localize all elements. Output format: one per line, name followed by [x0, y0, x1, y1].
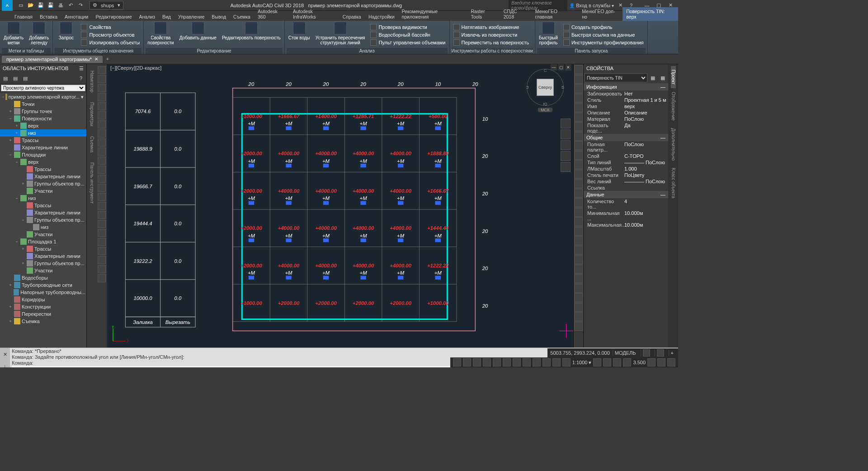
tool-button[interactable] [574, 179, 583, 188]
water-drop-button[interactable]: Сток воды [287, 22, 312, 48]
ribbon-tab[interactable]: Вид [159, 13, 175, 21]
tree-node[interactable]: +Трубопроводные сети [0, 281, 86, 289]
close-icon[interactable]: ✕ [94, 57, 98, 62]
tree-node[interactable]: Точки [0, 100, 86, 108]
prop-row[interactable]: ЛМасштаб1.000 [584, 166, 668, 172]
zoom-icon[interactable] [561, 140, 571, 150]
viewcube-face[interactable]: Сверху [537, 79, 554, 96]
status-toggle[interactable] [523, 358, 531, 366]
qat-saveas[interactable]: 💾 [46, 1, 55, 10]
ribbon-tab[interactable]: Поверхность TIN: верх [623, 7, 678, 21]
tree-node[interactable]: +Конструкции [0, 303, 86, 310]
app-logo[interactable]: A [2, 0, 13, 11]
volumes-dashboard-button[interactable]: Пульт управления объемами [368, 39, 447, 46]
status-toggle[interactable] [613, 358, 621, 366]
tool-button[interactable] [98, 129, 106, 138]
tool-button[interactable] [574, 217, 583, 226]
ribbon-tab[interactable]: Главная [11, 13, 36, 21]
status-toggle[interactable] [533, 358, 541, 366]
tool-button[interactable] [98, 166, 106, 174]
tool-button[interactable] [98, 102, 106, 110]
tree-node[interactable]: Характерные линии [0, 252, 86, 260]
status-toggle[interactable] [593, 358, 601, 366]
side-tab[interactable]: Панель инструмент [90, 162, 94, 204]
ribbon-tab[interactable]: Рекомендуемые приложения [398, 7, 467, 21]
tree-node[interactable]: Участки [0, 267, 86, 274]
tree-node[interactable]: Характерные линии [0, 173, 86, 180]
tool-button[interactable] [574, 75, 583, 84]
data-shortcut-button[interactable]: Быстрая ссылка на данные [561, 31, 646, 38]
tool-button[interactable] [574, 103, 583, 112]
tool-button[interactable] [574, 84, 583, 93]
catchment-button[interactable]: Водосборный бассейн [368, 31, 447, 38]
tool-button[interactable] [574, 265, 583, 274]
anno-scale[interactable]: 1:1000 ▾ [572, 360, 592, 366]
tool-button[interactable] [574, 141, 583, 150]
tool-button[interactable] [98, 147, 106, 156]
tool-button[interactable] [574, 65, 583, 74]
prop-row[interactable]: Минимальная ...10.000м [584, 210, 668, 222]
tree-node[interactable]: низ [0, 224, 86, 231]
object-type-select[interactable]: Поверхность TIN [585, 73, 647, 82]
tool-button[interactable] [574, 236, 583, 245]
ribbon-tab[interactable]: Аннотации [61, 13, 92, 21]
tool-button[interactable] [574, 284, 583, 293]
vp-close[interactable]: ✕ [565, 64, 571, 71]
tree-node[interactable]: −Группы объектов пр... [0, 216, 86, 224]
prop-section-header[interactable]: Информация— [584, 83, 668, 90]
visibility-check-button[interactable]: Проверка видимости [368, 24, 447, 31]
grading-tools-button[interactable]: Инструменты профилирования [561, 39, 646, 46]
props-side-tab[interactable]: Отображение [671, 88, 676, 124]
tool-button[interactable] [574, 312, 583, 321]
drape-image-button[interactable]: Натягивать изображение [452, 24, 531, 31]
tool-button[interactable] [574, 303, 583, 312]
prop-row[interactable]: Количество то...4 [584, 198, 668, 210]
tool-button[interactable] [98, 211, 106, 219]
prop-row[interactable]: ЗаблокироватьНет [584, 90, 668, 97]
qat-open[interactable]: 📂 [26, 1, 35, 10]
tool-button[interactable] [98, 256, 106, 264]
tree-node[interactable]: Коридоры [0, 296, 86, 303]
prop-row[interactable]: Ссылка [584, 185, 668, 191]
tree-node[interactable]: Напорные трубопроводны... [0, 289, 86, 296]
prop-row[interactable]: Показать подс...Да [584, 122, 668, 134]
tool-button[interactable] [98, 157, 106, 165]
ribbon-tab[interactable]: Autodesk 360 [254, 7, 289, 21]
tree-node[interactable]: −верх [0, 158, 86, 166]
tree-node[interactable]: +Трассы [0, 245, 86, 252]
tree-node[interactable]: +Группы объектов пр... [0, 180, 86, 187]
resolve-crossings-button[interactable]: Устранить пересеченияструктурных линий [314, 22, 367, 48]
prop-row[interactable]: ОписаниеОписание [584, 109, 668, 116]
status-toggle[interactable] [657, 358, 665, 366]
ribbon-tab[interactable]: Анализ [136, 13, 159, 21]
tool-button[interactable] [98, 202, 106, 210]
status-toggle[interactable] [603, 358, 611, 366]
prop-row[interactable]: СтильПроектная 1 и 5 м [584, 97, 668, 103]
tool-button[interactable] [574, 113, 583, 122]
tool-button[interactable] [574, 198, 583, 207]
tree-node[interactable]: +Группы точек [0, 108, 86, 115]
ribbon-tab[interactable]: Справка [339, 13, 365, 21]
status-toggle[interactable] [552, 358, 561, 366]
viewcube[interactable]: С Ю З В Сверху МСК [525, 69, 565, 114]
qat-new[interactable]: ▭ [16, 1, 25, 10]
props-side-tab[interactable]: Класс объекта [671, 164, 676, 202]
tree-node[interactable]: +Съемка [0, 318, 86, 325]
prop-row[interactable]: Имяверх [584, 103, 668, 109]
props-side-tab[interactable]: Проект [671, 66, 676, 88]
prop-row[interactable]: Тип линий———— ПоСлою [584, 159, 668, 166]
status-toggle[interactable] [493, 358, 501, 366]
ribbon-tab[interactable]: Autodesk InfraWorks [289, 7, 339, 21]
tree-node[interactable]: +низ [0, 129, 86, 137]
tool-button[interactable] [98, 247, 106, 255]
tool-button[interactable] [574, 208, 583, 217]
model-paper-toggle[interactable]: МОДЕЛЬ [613, 350, 638, 356]
add-labels-button[interactable]: Добавитьметки [2, 22, 25, 48]
grid-toggle[interactable] [643, 349, 650, 357]
move-to-surface-button[interactable]: Переместить на поверхность [452, 39, 531, 46]
prop-row[interactable]: Вес линий———— ПоСлою [584, 178, 668, 185]
viewport-label[interactable]: [−][Сверху][2D-каркас] [110, 65, 161, 71]
extract-from-surface-button[interactable]: Извлечь из поверхности [452, 31, 531, 38]
prop-row[interactable]: Максимальная...10.000м [584, 222, 668, 228]
edit-surface-button[interactable]: Редактировать поверхность [220, 22, 283, 48]
